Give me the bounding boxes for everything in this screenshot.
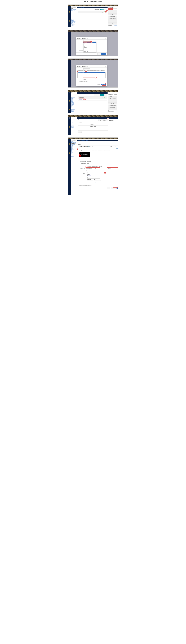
nav-item-files[interactable]: Files xyxy=(71,16,76,16)
nav-outcomes[interactable]: Outcomes xyxy=(71,150,76,151)
crumb-essay[interactable]: Essay 1 xyxy=(86,140,89,141)
bold-icon[interactable]: B xyxy=(78,146,78,147)
admin-icon[interactable] xyxy=(69,96,70,97)
nav-item-collaborations[interactable]: Collaborations xyxy=(71,106,76,107)
calendar-icon[interactable] xyxy=(69,126,70,128)
nav-grades[interactable]: Grades xyxy=(71,145,76,146)
inbox-icon[interactable] xyxy=(69,152,70,154)
crumb-course[interactable]: Edual xyxy=(78,92,80,93)
opt-assignment[interactable]: Assignment xyxy=(83,42,96,43)
assignment-name-input[interactable]: Essay 1 xyxy=(83,79,95,80)
course-action-student-view[interactable]: ▢ Student View xyxy=(108,23,117,24)
item-type-select[interactable]: Assignment ▾ xyxy=(83,40,90,42)
help-icon[interactable] xyxy=(69,108,70,110)
modal-add-item-button[interactable]: Add Item xyxy=(101,84,105,86)
close-icon[interactable]: × xyxy=(105,38,106,39)
notify-checkbox[interactable]: ☐ xyxy=(79,185,79,186)
nav-item-assignments[interactable]: Assignments⦰ xyxy=(71,96,76,97)
module-item-essay[interactable]: Essay 1 xyxy=(79,99,82,100)
course-action-import-from-commons[interactable]: ▢ Import from Commons xyxy=(108,12,117,14)
nav-item-grades[interactable]: Grades xyxy=(71,98,76,99)
nav-item-people[interactable]: People xyxy=(71,14,76,14)
modal-add-item-button[interactable]: Add Item xyxy=(101,53,105,55)
nav-item-discussions[interactable]: Discussions xyxy=(71,97,76,98)
admin-icon[interactable] xyxy=(69,10,70,12)
dashboard-icon[interactable] xyxy=(69,123,70,124)
course-action-course-setup-checklist[interactable]: ▢ Course Setup Checklist xyxy=(108,19,117,21)
groups-icon[interactable] xyxy=(69,16,70,17)
courses-icon[interactable] xyxy=(69,125,70,126)
nav-gdrive[interactable]: Google Drive xyxy=(71,154,76,155)
nav-item-pages[interactable]: Pages xyxy=(71,100,76,101)
help-icon[interactable] xyxy=(69,130,70,131)
align-left-icon[interactable]: ≡ xyxy=(83,146,84,147)
nav-grades[interactable]: Grades xyxy=(71,120,76,122)
dashboard-icon[interactable] xyxy=(69,12,70,14)
publish-pill[interactable]: ◎ Publish xyxy=(113,8,117,10)
nav-announcements[interactable]: Announcements xyxy=(71,142,76,143)
nav-home[interactable]: Home xyxy=(71,8,76,9)
courses-icon[interactable] xyxy=(69,14,70,15)
nav-home[interactable]: Home xyxy=(71,94,76,94)
view-progress-button[interactable]: View Progress xyxy=(94,9,100,10)
nav-item-announcements[interactable]: Announcements⦰ xyxy=(71,9,76,10)
points-input[interactable]: 0 xyxy=(87,159,90,160)
crumb-assignments[interactable]: Assignments xyxy=(81,140,85,141)
commons-icon[interactable] xyxy=(69,107,70,108)
indent-select[interactable]: Don't Indent ▾ xyxy=(83,81,90,82)
save-publish-button[interactable]: Save & Publish xyxy=(111,187,117,189)
nav-item-modules[interactable]: Modules xyxy=(71,105,76,106)
nav-item-syllabus[interactable]: Syllabus xyxy=(71,102,76,103)
nav-home[interactable]: Home xyxy=(71,141,76,142)
group-select[interactable]: Assignments ▾ xyxy=(87,161,99,162)
nav-item-pages[interactable]: Pages xyxy=(71,14,76,16)
add-assign-row-button[interactable]: + Add xyxy=(87,182,104,183)
nav-item-files[interactable]: Files xyxy=(71,101,76,102)
add-item-button[interactable]: + xyxy=(104,11,105,13)
course-action-course-setup-checklist[interactable]: ▢ Course Setup Checklist xyxy=(108,105,117,106)
opt-discussion[interactable]: Discussion xyxy=(83,47,96,48)
opt-file[interactable]: File xyxy=(83,44,96,46)
available-from-input[interactable] xyxy=(87,180,93,181)
crumb-course[interactable]: Edual xyxy=(78,140,80,141)
edit-button[interactable]: ✎ Edit xyxy=(102,120,106,121)
peer-checkbox[interactable]: ☐ xyxy=(86,172,86,172)
nav-collabs[interactable]: Collaborations xyxy=(71,153,76,154)
publish-toggle-icon[interactable] xyxy=(102,12,103,12)
crumb-course[interactable]: Edual xyxy=(78,118,80,118)
nav-modules[interactable]: Modules xyxy=(71,127,76,128)
nav-outcomes[interactable]: Outcomes xyxy=(71,125,76,126)
cancel-button[interactable]: Cancel xyxy=(107,187,110,189)
unpublished-pill[interactable]: Unpublished xyxy=(108,94,113,95)
nav-home[interactable]: Home xyxy=(71,118,76,120)
rte-toolbar[interactable]: B I U A̲ ◼ Tₓ ≡ ≣ 1. • ▦ 🔗 🖼 ▶ xyxy=(78,146,118,148)
account-icon[interactable] xyxy=(69,94,70,95)
nav-people[interactable]: People xyxy=(71,122,76,122)
nav-item-academic-integrity[interactable]: Academic Integrity xyxy=(71,110,76,112)
course-action-view-course-stream[interactable]: ▢ View Course Stream xyxy=(108,18,117,19)
course-action-choose-home-page[interactable]: ▢ Choose Home Page xyxy=(108,16,117,17)
nav-assignments[interactable]: Assignments xyxy=(71,143,76,144)
nav-item-iclicker-registration[interactable]: iClicker Registration xyxy=(71,23,76,25)
nav-discussions[interactable]: Discussions xyxy=(71,144,76,145)
subtype-select-none[interactable]: No Submission ▾ xyxy=(86,168,99,169)
nav-syllabus[interactable]: Syllabus xyxy=(71,124,76,125)
inbox-icon[interactable] xyxy=(69,20,70,20)
assign-to-tag[interactable]: Everyone × xyxy=(87,175,91,176)
admin-icon[interactable] xyxy=(69,121,70,122)
nav-item-academic-integrity[interactable]: Academic Integrity xyxy=(71,25,76,26)
crumb-modules[interactable]: Modules xyxy=(81,92,84,93)
subtype-select-paper[interactable]: On Paper ▾ xyxy=(107,168,118,169)
nav-item-google-drive[interactable]: Google Drive xyxy=(71,107,76,108)
modal-cancel-button[interactable]: Cancel xyxy=(98,84,101,86)
nav-item-syllabus[interactable]: Syllabus xyxy=(71,16,76,18)
ol-icon[interactable]: 1. xyxy=(85,146,86,147)
add-item-button[interactable]: + xyxy=(104,97,105,98)
nav-people[interactable]: People xyxy=(71,146,76,147)
nav-pages[interactable]: Pages xyxy=(71,147,76,148)
course-action-choose-home-page[interactable]: ▢ Choose Home Page xyxy=(108,101,117,103)
nav-quizzes[interactable]: Quizzes xyxy=(71,151,76,152)
module-menu-icon[interactable]: ⋮ xyxy=(106,12,106,12)
opt-external-tool[interactable]: External Tool xyxy=(83,51,96,52)
groups-icon[interactable] xyxy=(69,149,70,150)
